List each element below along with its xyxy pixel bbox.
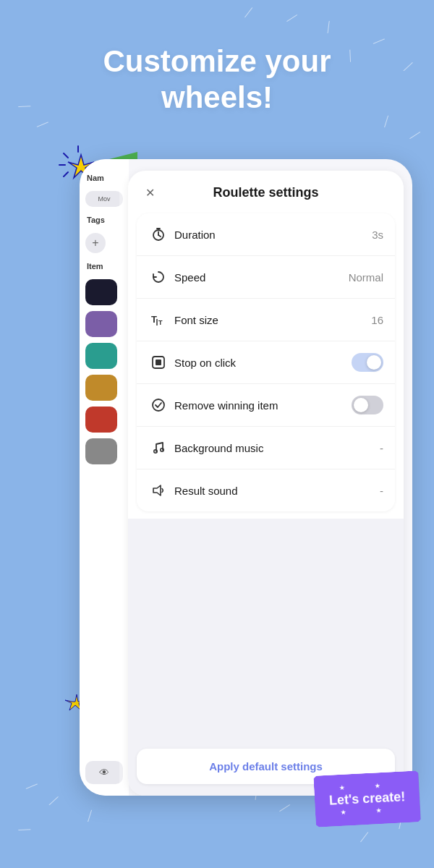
duration-icon (148, 224, 169, 244)
svg-point-17 (161, 448, 163, 451)
sidebar-move-btn[interactable]: Mov (85, 191, 123, 207)
sidebar-name-label: Nam (85, 171, 123, 185)
result-sound-value: - (380, 485, 383, 497)
duration-label: Duration (174, 229, 372, 241)
font-size-label: Font size (174, 314, 371, 326)
svg-text:T: T (151, 314, 157, 325)
settings-list: Duration 3s Speed Normal (137, 213, 395, 511)
remove-winning-toggle[interactable] (352, 396, 383, 414)
svg-point-16 (154, 450, 157, 453)
stop-on-click-icon (148, 352, 169, 373)
setting-result-sound[interactable]: Result sound - (137, 469, 395, 511)
bg-music-icon (148, 438, 169, 458)
sidebar-items-label: Item (85, 259, 123, 273)
setting-stop-on-click[interactable]: Stop on click (137, 341, 395, 384)
color-chip-5[interactable] (85, 407, 117, 433)
sidebar-tags-label: Tags (85, 213, 123, 227)
svg-line-5 (64, 172, 68, 176)
page-title: Customize your wheels! (0, 43, 434, 116)
close-button[interactable]: ✕ (140, 182, 160, 203)
sidebar-eye-button[interactable]: 👁 (85, 761, 123, 784)
bg-music-value: - (380, 442, 383, 454)
svg-line-8 (158, 235, 161, 237)
color-chip-3[interactable] (85, 343, 117, 369)
duration-value: 3s (372, 229, 383, 241)
remove-winning-label: Remove winning item (174, 399, 352, 412)
font-size-icon: T T (148, 310, 169, 330)
lets-create-badge: Let's create! (313, 770, 421, 827)
speed-value: Normal (349, 271, 383, 284)
stop-on-click-thumb (367, 355, 381, 370)
remove-winning-thumb (354, 398, 368, 412)
remove-winning-icon (148, 395, 169, 415)
setting-remove-winning[interactable]: Remove winning item (137, 384, 395, 427)
result-sound-icon (148, 480, 169, 501)
color-chip-2[interactable] (85, 311, 117, 337)
speed-icon (148, 267, 169, 287)
svg-line-3 (64, 153, 68, 158)
speed-label: Speed (174, 271, 349, 284)
modal-header: ✕ Roulette settings (128, 171, 404, 206)
setting-duration[interactable]: Duration 3s (137, 213, 395, 256)
modal-bottom-space (128, 519, 404, 741)
settings-modal: ✕ Roulette settings Duration (128, 171, 404, 796)
svg-point-15 (153, 399, 164, 411)
bg-music-label: Background music (174, 442, 380, 454)
stop-on-click-label: Stop on click (174, 357, 352, 369)
badge-text: Let's create! (328, 789, 405, 807)
modal-overlay: ✕ Roulette settings Duration (119, 159, 412, 796)
stop-on-click-toggle[interactable] (352, 353, 383, 372)
title-line2: wheels! (161, 80, 273, 114)
result-sound-label: Result sound (174, 485, 380, 497)
color-chip-4[interactable] (85, 375, 117, 401)
svg-text:T: T (158, 319, 163, 326)
color-chip-6[interactable] (85, 438, 117, 464)
setting-speed[interactable]: Speed Normal (137, 256, 395, 299)
color-chip-1[interactable] (85, 279, 117, 305)
sidebar-add-tag[interactable]: + (85, 233, 106, 253)
font-size-value: 16 (371, 314, 383, 326)
setting-bg-music[interactable]: Background music - (137, 427, 395, 469)
svg-marker-18 (153, 485, 161, 495)
setting-font-size[interactable]: T T Font size 16 (137, 299, 395, 341)
modal-title: Roulette settings (213, 185, 318, 200)
svg-rect-14 (156, 359, 161, 365)
title-line1: Customize your (103, 44, 331, 78)
phone-card: Nam Mov Tags + Item 👁 ✕ Roulette setting… (80, 159, 412, 796)
